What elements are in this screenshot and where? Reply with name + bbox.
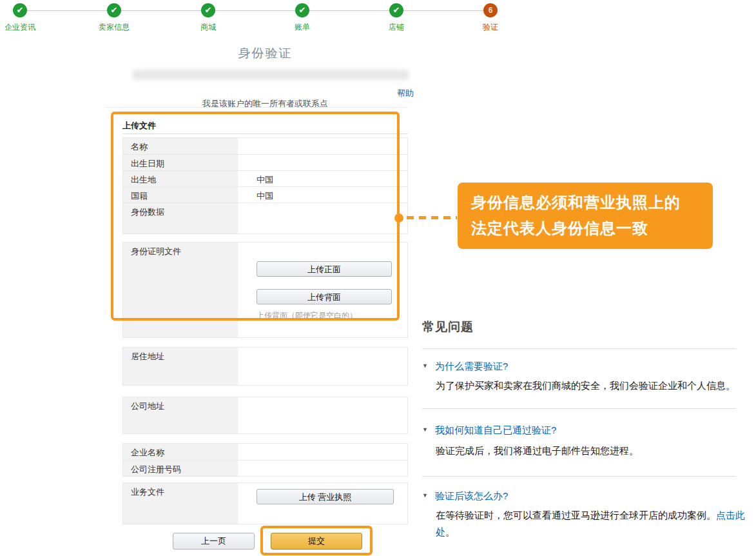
table-row-identity-data: 身份数据 (123, 203, 407, 233)
faq-answer-why-verify: 为了保护买家和卖家在我们商城的安全，我们会验证企业和个人信息。 (436, 377, 746, 394)
check-icon: ✔ (13, 3, 27, 17)
upload-back-button[interactable]: 上传背面 (257, 289, 392, 304)
table-row-company-name: 企业名称 (123, 444, 407, 460)
step-label: 卖家信息 (83, 22, 145, 33)
field-value: 中国 (238, 171, 407, 186)
business-license-upload-area: 上传 营业执照 (238, 483, 407, 524)
section-top-divider (104, 107, 408, 108)
table-row-company-address: 公司地址 (123, 397, 407, 433)
step-number-badge: 6 (483, 3, 498, 17)
field-value (238, 397, 407, 433)
previous-page-button[interactable]: 上一页 (173, 533, 255, 550)
field-label: 名称 (123, 138, 238, 154)
faq-divider (422, 408, 736, 409)
faq-question-after-verification[interactable]: ▼ 验证后该怎么办? (422, 490, 508, 502)
field-label: 身份证明文件 (123, 243, 238, 337)
header-underline (122, 134, 408, 134)
faq-divider (422, 348, 736, 349)
sole-owner-statement: 我是该账户的唯一所有者或联系点 (122, 98, 408, 110)
faq-answer-text: 。 (445, 526, 455, 537)
field-label: 业务文件 (123, 483, 238, 524)
company-info-table: 企业名称 公司注册号码 (122, 443, 408, 477)
upload-front-button[interactable]: 上传正面 (257, 261, 392, 277)
chevron-down-icon: ▼ (422, 424, 430, 433)
faq-divider (422, 476, 736, 477)
upload-business-license-button[interactable]: 上传 营业执照 (257, 489, 394, 504)
stepper-step-marketplace: ✔ 商城 (177, 3, 239, 33)
check-icon: ✔ (201, 3, 215, 17)
field-label: 公司地址 (123, 397, 238, 433)
identity-proof-upload-area: 上传正面 上传背面 上传背面（即使它是空白的） (238, 243, 407, 337)
faq-heading: 常见问题 (422, 319, 474, 335)
company-address-table: 公司地址 (122, 397, 408, 434)
step-label: 商城 (177, 22, 239, 33)
faq-question-how-know-verified[interactable]: ▼ 我如何知道自己已通过验证? (422, 424, 556, 437)
table-row-name: 名称 (123, 138, 407, 154)
field-label: 身份数据 (123, 203, 238, 233)
table-row-identity-proof: 身份证明文件 上传正面 上传背面 上传背面（即使它是空白的） (123, 243, 407, 337)
stepper-step-billing: ✔ 账单 (271, 3, 333, 33)
check-icon: ✔ (107, 3, 121, 17)
stepper-step-company-info: ✔ 企业资讯 (0, 3, 51, 33)
callout-connector-dot (394, 213, 403, 223)
field-label: 国籍 (123, 187, 238, 203)
table-row-business-document: 业务文件 上传 营业执照 (123, 483, 407, 524)
identity-match-callout: 身份信息必须和营业执照上的 法定代表人身份信息一致 (458, 183, 713, 249)
stepper-step-store: ✔ 店铺 (365, 3, 427, 33)
faq-question-link[interactable]: 我如何知道自己已通过验证? (435, 424, 556, 437)
stepper-step-verification: 6 验证 (460, 3, 521, 33)
identity-verification-page: ✔ 企业资讯 ✔ 卖家信息 ✔ 商城 ✔ 账单 ✔ 店铺 6 验证 身份验证 帮… (0, 0, 756, 556)
field-value (238, 138, 407, 154)
page-title: 身份验证 (122, 45, 408, 62)
table-row-birth-place: 出生地 中国 (123, 170, 407, 186)
chevron-down-icon: ▼ (422, 361, 430, 369)
field-value (238, 444, 407, 460)
field-value: 中国 (238, 187, 407, 203)
field-value (238, 348, 407, 385)
submit-button[interactable]: 提交 (271, 533, 362, 550)
step-label: 企业资讯 (0, 22, 51, 33)
stepper-step-seller-info: ✔ 卖家信息 (83, 3, 145, 33)
table-row-residential-address: 居住地址 (123, 348, 407, 385)
faq-question-why-verify[interactable]: ▼ 为什么需要验证? (422, 361, 508, 373)
redacted-blurred-text (132, 68, 409, 81)
step-label: 店铺 (365, 22, 427, 33)
step-label: 验证 (460, 22, 521, 33)
callout-connector-dashed-line (407, 216, 457, 219)
table-row-company-reg-number: 公司注册号码 (123, 460, 407, 476)
identity-proof-table: 身份证明文件 上传正面 上传背面 上传背面（即使它是空白的） (122, 242, 408, 338)
field-value (238, 461, 407, 476)
field-label: 出生日期 (123, 155, 238, 170)
table-row-birth-date: 出生日期 (123, 154, 407, 170)
table-row-nationality: 国籍 中国 (123, 186, 407, 203)
faq-answer-after-verification: 在等待验证时，您可以查看通过亚马逊进行全球开店的成功案例。点击此处。 (436, 507, 746, 541)
faq-question-link[interactable]: 为什么需要验证? (435, 361, 508, 373)
upload-back-note: 上传背面（即使它是空白的） (257, 310, 357, 321)
faq-answer-text: 在等待验证时，您可以查看通过亚马逊进行全球开店的成功案例。 (436, 510, 716, 521)
callout-line-2: 法定代表人身份信息一致 (471, 215, 713, 241)
residential-address-table: 居住地址 (122, 347, 408, 386)
field-label: 企业名称 (123, 444, 238, 460)
field-label: 公司注册号码 (123, 461, 238, 476)
field-label: 居住地址 (123, 348, 238, 385)
faq-answer-how-know-verified: 验证完成后，我们将通过电子邮件告知您进程。 (436, 442, 746, 459)
business-document-table: 业务文件 上传 营业执照 (122, 482, 408, 524)
chevron-down-icon: ▼ (422, 490, 430, 499)
callout-line-1: 身份信息必须和营业执照上的 (471, 190, 713, 215)
field-value (238, 155, 407, 170)
field-label: 出生地 (123, 171, 238, 186)
field-value (238, 203, 407, 233)
identity-fields-table: 名称 出生日期 出生地 中国 国籍 中国 身份数据 (122, 137, 408, 234)
check-icon: ✔ (389, 3, 403, 17)
faq-question-link[interactable]: 验证后该怎么办? (435, 490, 508, 502)
check-icon: ✔ (295, 3, 309, 17)
step-label: 账单 (271, 22, 333, 33)
upload-documents-header: 上传文件 (122, 120, 156, 132)
